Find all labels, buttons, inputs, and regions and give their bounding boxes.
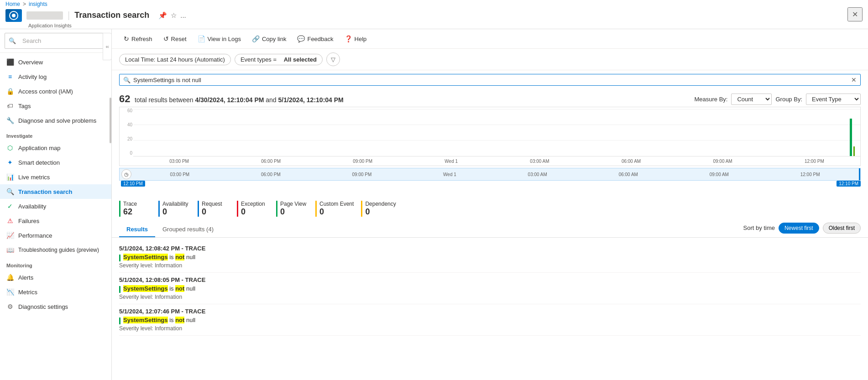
search-magnifier-icon: 🔍 — [123, 77, 131, 83]
sidebar-item-troubleshooting[interactable]: 📖 Troubleshooting guides (preview) — [0, 243, 111, 257]
refresh-label: Refresh — [131, 36, 152, 42]
result-message-3: SystemSettings is not null — [123, 317, 195, 323]
event-count-pageview: Page View 0 — [276, 201, 308, 217]
event-count-dependency: Dependency 0 — [361, 201, 396, 217]
x-label-8: 12:00 PM — [805, 159, 824, 164]
results-count: 62 — [119, 93, 130, 104]
title-divider: | — [68, 10, 70, 21]
sidebar-item-label: Diagnose and solve problems — [18, 117, 96, 124]
tags-icon: 🏷 — [6, 102, 14, 109]
highlight-2: not — [175, 254, 184, 260]
x-label-2: 06:00 PM — [261, 159, 281, 164]
event-filter-pill[interactable]: Event types = All selected — [235, 54, 323, 65]
feedback-icon: 💬 — [297, 35, 305, 42]
tl-label-4: Wed 1 — [443, 172, 456, 177]
app-map-icon: ⬡ — [6, 144, 14, 151]
tl-label-3: 09:00 PM — [352, 172, 372, 177]
sidebar-item-tags[interactable]: 🏷 Tags — [0, 99, 111, 113]
result-item[interactable]: 5/1/2024, 12:07:46 PM - TRACE SystemSett… — [119, 304, 861, 336]
pin-icon[interactable]: 📌 — [158, 11, 167, 20]
sidebar-item-availability[interactable]: ✓ Availability — [0, 199, 111, 213]
feedback-button[interactable]: 💬 Feedback — [293, 33, 338, 45]
timeline-start-badge: 12:10 PM — [121, 181, 145, 187]
sidebar-scrollbar[interactable] — [110, 98, 111, 143]
time-filter-pill[interactable]: Local Time: Last 24 hours (Automatic) — [119, 54, 231, 65]
help-button[interactable]: ❓ Help — [340, 33, 371, 45]
availability-icon: ✓ — [6, 203, 14, 210]
sidebar-collapse-button[interactable]: ‹‹ — [103, 33, 112, 60]
tab-grouped-results[interactable]: Grouped results (4) — [155, 222, 221, 237]
sidebar-item-smart-detection[interactable]: ✦ Smart detection — [0, 155, 111, 170]
chart-y-60: 60 — [120, 108, 132, 113]
help-label: Help — [355, 36, 367, 42]
search-input[interactable] — [133, 77, 851, 83]
sidebar-nav: ⬛ Overview ≡ Activity log 🔒 Access contr… — [0, 53, 111, 380]
sidebar-item-iam[interactable]: 🔒 Access control (IAM) — [0, 84, 111, 99]
title-actions: 📌 ☆ ... — [158, 11, 186, 20]
result-item[interactable]: 5/1/2024, 12:08:05 PM - TRACE SystemSett… — [119, 273, 861, 304]
timeline-area: ◷ 03:00 PM 06:00 PM 09:00 PM Wed 1 03:00… — [119, 168, 861, 188]
reset-button[interactable]: ↺ Reset — [159, 33, 191, 45]
chart-y-20: 20 — [120, 136, 132, 141]
sidebar-item-label: Access control (IAM) — [18, 88, 73, 95]
breadcrumb-home[interactable]: Home — [5, 1, 20, 7]
sidebar-item-failures[interactable]: ⚠ Failures — [0, 213, 111, 228]
result-message-row-2: SystemSettings is not null — [119, 285, 861, 293]
svg-point-1 — [12, 14, 16, 17]
sort-newest-button[interactable]: Newest first — [779, 223, 819, 234]
sidebar-search-area: 🔍 — [0, 29, 111, 53]
sidebar-search-icon: 🔍 — [9, 37, 16, 44]
search-area: 🔍 ✕ — [112, 70, 868, 89]
filters-bar: Local Time: Last 24 hours (Automatic) Ev… — [112, 49, 868, 70]
search-clear-icon[interactable]: ✕ — [851, 76, 857, 83]
copy-link-button[interactable]: 🔗 Copy link — [247, 33, 291, 45]
view-in-logs-label: View in Logs — [208, 36, 241, 42]
sidebar-search-input[interactable] — [19, 35, 103, 47]
view-in-logs-button[interactable]: 📄 View in Logs — [193, 33, 246, 45]
more-icon[interactable]: ... — [180, 11, 186, 19]
sidebar-item-label: Smart detection — [18, 159, 60, 166]
timeline-nav-button[interactable]: ◷ — [121, 169, 131, 179]
sidebar-item-metrics[interactable]: 📉 Metrics — [0, 285, 111, 299]
troubleshooting-icon: 📖 — [6, 246, 14, 254]
timeline-end-badge: 12:10 PM — [837, 181, 861, 187]
sidebar-item-overview[interactable]: ⬛ Overview — [0, 55, 111, 69]
title-left: Home > insights | Transaction — [5, 1, 847, 28]
transaction-search-icon: 🔍 — [6, 188, 14, 195]
tabs-left: Results Grouped results (4) — [119, 222, 221, 237]
alerts-icon: 🔔 — [6, 274, 14, 281]
page-title: Transaction search — [74, 10, 149, 20]
sidebar-item-diagnose[interactable]: 🔧 Diagnose and solve problems — [0, 113, 111, 128]
sidebar-item-label: Troubleshooting guides (preview) — [18, 247, 99, 253]
help-icon: ❓ — [345, 35, 352, 42]
sidebar: 🔍 ⬛ Overview ≡ Activity log 🔒 Access con… — [0, 29, 112, 380]
sort-oldest-button[interactable]: Oldest first — [823, 223, 861, 234]
chart-container: 60 40 20 0 — [112, 107, 868, 188]
tl-label-7: 09:00 AM — [710, 172, 729, 177]
close-button[interactable]: ✕ — [847, 7, 863, 21]
highlight-4: not — [175, 285, 184, 292]
sidebar-item-alerts[interactable]: 🔔 Alerts — [0, 270, 111, 285]
nav-section-monitoring: Monitoring — [0, 257, 111, 270]
measure-select[interactable]: Count — [731, 94, 772, 105]
result-item[interactable]: 5/1/2024, 12:08:42 PM - TRACE SystemSett… — [119, 241, 861, 273]
chart-y-0: 0 — [120, 151, 132, 156]
trace-bar-1 — [119, 255, 120, 261]
sidebar-item-live-metrics[interactable]: 📊 Live metrics — [0, 170, 111, 184]
sidebar-item-app-map[interactable]: ⬡ Application map — [0, 141, 111, 155]
sidebar-item-activity-log[interactable]: ≡ Activity log — [0, 69, 111, 84]
filter-funnel-button[interactable]: ▽ — [326, 52, 340, 66]
sidebar-item-diagnostic-settings[interactable]: ⚙ Diagnostic settings — [0, 299, 111, 314]
trace-bar-3 — [119, 318, 120, 324]
diagnostic-icon: ⚙ — [6, 303, 14, 310]
star-icon[interactable]: ☆ — [171, 11, 177, 20]
refresh-button[interactable]: ↻ Refresh — [119, 33, 157, 45]
metrics-icon: 📉 — [6, 288, 14, 296]
x-label-4: Wed 1 — [444, 159, 458, 164]
group-select[interactable]: Event Type — [806, 94, 861, 105]
sidebar-item-transaction-search[interactable]: 🔍 Transaction search — [0, 184, 111, 199]
sidebar-item-performance[interactable]: 📈 Performance — [0, 228, 111, 243]
breadcrumb-separator: > — [23, 1, 26, 7]
tab-results[interactable]: Results — [119, 222, 155, 237]
overview-icon: ⬛ — [6, 58, 14, 66]
